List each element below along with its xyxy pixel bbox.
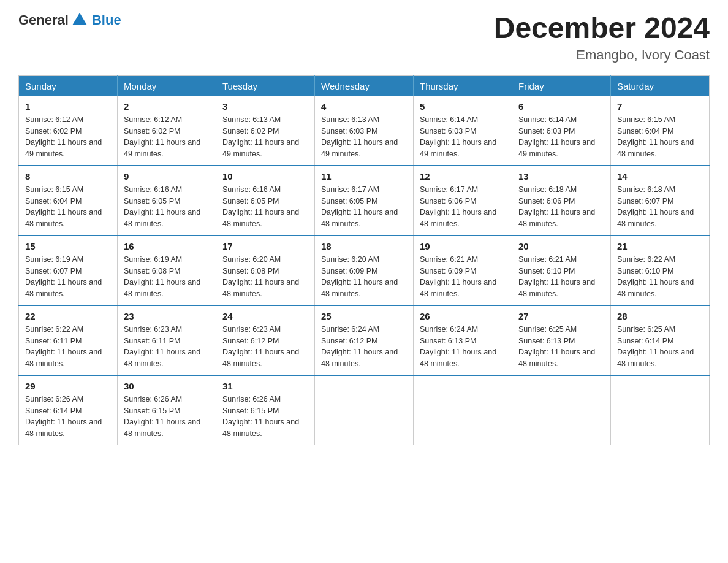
day-number: 24 [222, 311, 308, 321]
day-number: 6 [518, 101, 604, 112]
day-number: 31 [222, 381, 308, 391]
day-info: Sunrise: 6:24 AMSunset: 6:12 PMDaylight:… [321, 325, 398, 368]
calendar-cell: 22 Sunrise: 6:22 AMSunset: 6:11 PMDaylig… [19, 305, 118, 375]
calendar-day-header: Monday [118, 75, 216, 96]
logo-text-blue: Blue [92, 12, 121, 28]
day-info: Sunrise: 6:19 AMSunset: 6:07 PMDaylight:… [25, 255, 102, 298]
calendar-cell [611, 375, 710, 445]
calendar-cell: 7 Sunrise: 6:15 AMSunset: 6:04 PMDayligh… [611, 96, 710, 166]
calendar-week-row: 15 Sunrise: 6:19 AMSunset: 6:07 PMDaylig… [19, 236, 710, 305]
day-info: Sunrise: 6:15 AMSunset: 6:04 PMDaylight:… [25, 185, 102, 228]
day-number: 7 [617, 101, 703, 112]
day-info: Sunrise: 6:16 AMSunset: 6:05 PMDaylight:… [124, 185, 200, 228]
day-info: Sunrise: 6:23 AMSunset: 6:12 PMDaylight:… [222, 325, 299, 368]
day-number: 29 [25, 381, 111, 391]
day-number: 4 [321, 101, 407, 112]
day-info: Sunrise: 6:22 AMSunset: 6:10 PMDaylight:… [617, 255, 694, 298]
day-info: Sunrise: 6:12 AMSunset: 6:02 PMDaylight:… [124, 115, 200, 158]
day-number: 10 [222, 171, 308, 182]
calendar-cell: 11 Sunrise: 6:17 AMSunset: 6:05 PMDaylig… [315, 166, 414, 236]
calendar-week-row: 8 Sunrise: 6:15 AMSunset: 6:04 PMDayligh… [19, 166, 710, 236]
calendar-cell: 18 Sunrise: 6:20 AMSunset: 6:09 PMDaylig… [315, 236, 414, 305]
day-number: 22 [25, 311, 111, 321]
calendar-day-header: Thursday [414, 75, 512, 96]
calendar-cell: 5 Sunrise: 6:14 AMSunset: 6:03 PMDayligh… [414, 96, 512, 166]
day-number: 16 [124, 241, 210, 251]
calendar-cell [315, 375, 414, 445]
day-info: Sunrise: 6:26 AMSunset: 6:15 PMDaylight:… [222, 395, 299, 438]
day-number: 1 [25, 101, 111, 112]
day-number: 8 [25, 171, 111, 182]
day-info: Sunrise: 6:18 AMSunset: 6:06 PMDaylight:… [518, 185, 595, 228]
day-info: Sunrise: 6:22 AMSunset: 6:11 PMDaylight:… [25, 325, 102, 368]
day-number: 13 [518, 171, 604, 182]
day-number: 3 [222, 101, 308, 112]
calendar-header-row: SundayMondayTuesdayWednesdayThursdayFrid… [19, 75, 710, 96]
logo: General Blue [18, 12, 121, 28]
calendar-day-header: Saturday [611, 75, 710, 96]
calendar-week-row: 22 Sunrise: 6:22 AMSunset: 6:11 PMDaylig… [19, 305, 710, 375]
day-info: Sunrise: 6:21 AMSunset: 6:10 PMDaylight:… [518, 255, 595, 298]
calendar-cell: 1 Sunrise: 6:12 AMSunset: 6:02 PMDayligh… [19, 96, 118, 166]
day-number: 23 [124, 311, 210, 321]
day-number: 9 [124, 171, 210, 182]
calendar-cell: 30 Sunrise: 6:26 AMSunset: 6:15 PMDaylig… [118, 375, 216, 445]
day-number: 18 [321, 241, 407, 251]
logo-triangle-icon [72, 13, 87, 25]
calendar-table: SundayMondayTuesdayWednesdayThursdayFrid… [18, 75, 710, 445]
calendar-cell: 13 Sunrise: 6:18 AMSunset: 6:06 PMDaylig… [512, 166, 611, 236]
calendar-cell: 26 Sunrise: 6:24 AMSunset: 6:13 PMDaylig… [414, 305, 512, 375]
calendar-cell: 27 Sunrise: 6:25 AMSunset: 6:13 PMDaylig… [512, 305, 611, 375]
calendar-cell: 4 Sunrise: 6:13 AMSunset: 6:03 PMDayligh… [315, 96, 414, 166]
day-info: Sunrise: 6:14 AMSunset: 6:03 PMDaylight:… [518, 115, 595, 158]
day-info: Sunrise: 6:25 AMSunset: 6:14 PMDaylight:… [617, 325, 694, 368]
calendar-cell: 8 Sunrise: 6:15 AMSunset: 6:04 PMDayligh… [19, 166, 118, 236]
logo-text-general: General [18, 12, 69, 28]
day-info: Sunrise: 6:21 AMSunset: 6:09 PMDaylight:… [420, 255, 496, 298]
day-number: 15 [25, 241, 111, 251]
calendar-cell: 14 Sunrise: 6:18 AMSunset: 6:07 PMDaylig… [611, 166, 710, 236]
day-number: 20 [518, 241, 604, 251]
calendar-cell [512, 375, 611, 445]
calendar-cell: 23 Sunrise: 6:23 AMSunset: 6:11 PMDaylig… [118, 305, 216, 375]
day-info: Sunrise: 6:14 AMSunset: 6:03 PMDaylight:… [420, 115, 496, 158]
calendar-day-header: Sunday [19, 75, 118, 96]
day-info: Sunrise: 6:18 AMSunset: 6:07 PMDaylight:… [617, 185, 694, 228]
calendar-day-header: Wednesday [315, 75, 414, 96]
calendar-cell: 6 Sunrise: 6:14 AMSunset: 6:03 PMDayligh… [512, 96, 611, 166]
calendar-cell: 20 Sunrise: 6:21 AMSunset: 6:10 PMDaylig… [512, 236, 611, 305]
calendar-week-row: 1 Sunrise: 6:12 AMSunset: 6:02 PMDayligh… [19, 96, 710, 166]
location: Emangbo, Ivory Coast [494, 47, 710, 63]
page-header: General Blue December 2024 Emangbo, Ivor… [18, 12, 710, 63]
title-section: December 2024 Emangbo, Ivory Coast [494, 12, 710, 63]
day-info: Sunrise: 6:16 AMSunset: 6:05 PMDaylight:… [222, 185, 299, 228]
calendar-cell: 9 Sunrise: 6:16 AMSunset: 6:05 PMDayligh… [118, 166, 216, 236]
calendar-day-header: Tuesday [216, 75, 315, 96]
calendar-cell: 29 Sunrise: 6:26 AMSunset: 6:14 PMDaylig… [19, 375, 118, 445]
day-info: Sunrise: 6:26 AMSunset: 6:14 PMDaylight:… [25, 395, 102, 438]
calendar-cell: 16 Sunrise: 6:19 AMSunset: 6:08 PMDaylig… [118, 236, 216, 305]
day-info: Sunrise: 6:20 AMSunset: 6:09 PMDaylight:… [321, 255, 398, 298]
calendar-cell: 21 Sunrise: 6:22 AMSunset: 6:10 PMDaylig… [611, 236, 710, 305]
day-number: 14 [617, 171, 703, 182]
calendar-cell: 3 Sunrise: 6:13 AMSunset: 6:02 PMDayligh… [216, 96, 315, 166]
day-info: Sunrise: 6:24 AMSunset: 6:13 PMDaylight:… [420, 325, 496, 368]
calendar-cell: 10 Sunrise: 6:16 AMSunset: 6:05 PMDaylig… [216, 166, 315, 236]
calendar-cell: 31 Sunrise: 6:26 AMSunset: 6:15 PMDaylig… [216, 375, 315, 445]
calendar-cell: 12 Sunrise: 6:17 AMSunset: 6:06 PMDaylig… [414, 166, 512, 236]
day-info: Sunrise: 6:17 AMSunset: 6:06 PMDaylight:… [420, 185, 496, 228]
calendar-cell: 19 Sunrise: 6:21 AMSunset: 6:09 PMDaylig… [414, 236, 512, 305]
calendar-week-row: 29 Sunrise: 6:26 AMSunset: 6:14 PMDaylig… [19, 375, 710, 445]
day-number: 17 [222, 241, 308, 251]
day-number: 11 [321, 171, 407, 182]
calendar-cell: 2 Sunrise: 6:12 AMSunset: 6:02 PMDayligh… [118, 96, 216, 166]
day-info: Sunrise: 6:20 AMSunset: 6:08 PMDaylight:… [222, 255, 299, 298]
day-number: 25 [321, 311, 407, 321]
day-number: 19 [420, 241, 506, 251]
calendar-cell: 15 Sunrise: 6:19 AMSunset: 6:07 PMDaylig… [19, 236, 118, 305]
calendar-cell: 28 Sunrise: 6:25 AMSunset: 6:14 PMDaylig… [611, 305, 710, 375]
day-info: Sunrise: 6:19 AMSunset: 6:08 PMDaylight:… [124, 255, 200, 298]
day-number: 12 [420, 171, 506, 182]
day-info: Sunrise: 6:12 AMSunset: 6:02 PMDaylight:… [25, 115, 102, 158]
day-number: 26 [420, 311, 506, 321]
